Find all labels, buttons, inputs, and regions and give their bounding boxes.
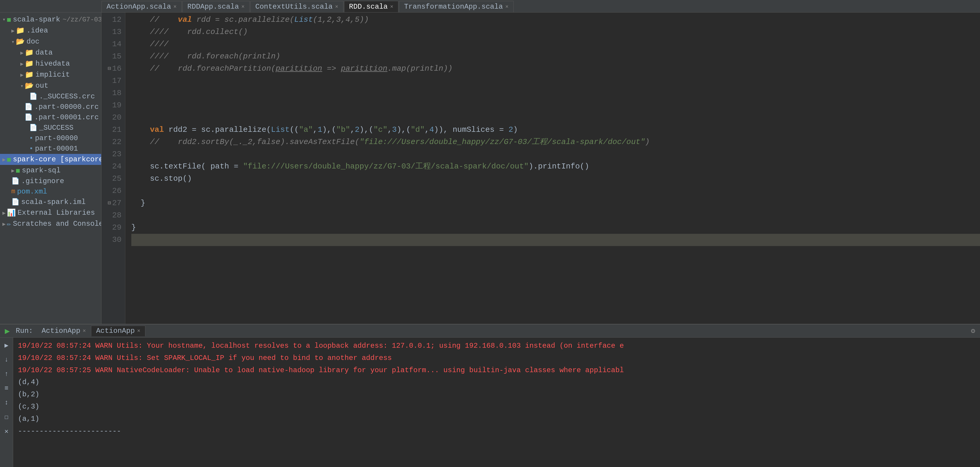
- sidebar-item-implicit[interactable]: ▶ 📁 implicit: [0, 69, 101, 80]
- sidebar-item-part1[interactable]: ▪ part-00001: [0, 143, 101, 154]
- code-line-19: [131, 99, 980, 111]
- sidebar-item-part1-crc[interactable]: 📄 .part-00001.crc: [0, 112, 101, 122]
- bottom-tab-close1[interactable]: ×: [83, 328, 86, 334]
- fold-icon[interactable]: ⊟: [108, 199, 111, 208]
- tab-close-actionapp[interactable]: ×: [173, 4, 177, 10]
- folder-icon: 📂: [25, 81, 34, 90]
- run-icon[interactable]: ▶: [2, 326, 12, 336]
- line-num-19: 19: [102, 99, 121, 111]
- run-label: Run:: [12, 327, 37, 335]
- console-line-5: (b,2): [18, 389, 975, 401]
- console-btn-close[interactable]: ✕: [1, 426, 12, 437]
- sidebar-root-label: scala-spark: [13, 16, 60, 24]
- tab-rdd[interactable]: RDD.scala ×: [344, 1, 398, 12]
- console-line-8: ------------------------: [18, 425, 975, 437]
- bottom-tab-actionapp1[interactable]: ActionApp ×: [37, 326, 91, 337]
- console-line-2: 19/10/22 08:57:24 WARN Utils: Set SPARK_…: [18, 352, 975, 364]
- line-num-12: 12: [102, 14, 121, 26]
- sidebar-item-success[interactable]: 📄 _SUCCESS: [0, 122, 101, 133]
- line-num-13: 13: [102, 26, 121, 38]
- line-num-25: 25: [102, 173, 121, 185]
- sidebar-item-scratches[interactable]: ▶ ✏ Scratches and Consoles: [0, 218, 101, 229]
- code-line-30: [131, 234, 980, 246]
- file-icon: 📄: [11, 177, 19, 185]
- sidebar-item-data[interactable]: ▶ 📁 data: [0, 47, 101, 58]
- sidebar-item-part0-crc[interactable]: 📄 .part-00000.crc: [0, 102, 101, 112]
- sidebar-item-label: .part-00000.crc: [34, 103, 99, 111]
- module-icon: ◼: [16, 166, 20, 175]
- bottom-tabs: ▶ Run: ActionApp × ActionApp × ⚙: [0, 324, 980, 338]
- tab-label: ActionApp.scala: [107, 3, 171, 11]
- tab-contextutils[interactable]: ContextUtils.scala ×: [250, 1, 344, 12]
- bottom-tab-label: ActionApp: [96, 327, 135, 335]
- sidebar-root[interactable]: ▾ ◼ scala-spark ~/zz/G7-03/工程/scala-spar…: [0, 14, 101, 25]
- arrow-closed-icon: ▶: [20, 49, 24, 56]
- sidebar-item-label: part-00000: [35, 134, 78, 142]
- console-line-7: (a,1): [18, 413, 975, 425]
- line-numbers: 12 13 14 15 ⊟16 17 18 19 20 21 22 23 24 …: [102, 13, 125, 324]
- sidebar-item-label: ._SUCCESS.crc: [39, 92, 95, 100]
- code-editor[interactable]: // val rdd = sc.parallelize(List(1,2,3,4…: [125, 13, 980, 324]
- code-line-22: // rdd2.sortBy(_._2,false).saveAsTextFil…: [131, 136, 980, 148]
- line-num-20: 20: [102, 111, 121, 124]
- line-num-29: 29: [102, 222, 121, 234]
- sidebar-item-label: pom.xml: [17, 187, 47, 195]
- sidebar-item-iml[interactable]: 📄 scala-spark.iml: [0, 197, 101, 207]
- file-icon: 📄: [29, 124, 37, 132]
- console-btn-wrap[interactable]: ≡: [1, 383, 12, 394]
- code-line-25: sc.stop(): [131, 173, 980, 185]
- arrow-open-icon: ▾: [20, 83, 24, 89]
- tab-label: RDDApp.scala: [188, 3, 239, 11]
- sidebar-item-doc[interactable]: ▾ 📂 doc: [0, 36, 101, 47]
- bottom-tab-actionapp2[interactable]: ActionApp ×: [91, 326, 145, 337]
- bottom-panel: ▶ Run: ActionApp × ActionApp × ⚙ ▶ ↓ ↑ ≡…: [0, 324, 980, 467]
- maven-icon: m: [11, 188, 15, 195]
- sidebar-item-out[interactable]: ▾ 📂 out: [0, 80, 101, 91]
- sidebar-root-path: ~/zz/G7-03/工程/scala-spark: [63, 15, 102, 24]
- sidebar-item-label: _SUCCESS: [39, 124, 73, 132]
- sidebar-item-idea[interactable]: ▶ 📁 .idea: [0, 25, 101, 36]
- file-icon: 📄: [24, 103, 33, 111]
- tab-label: ContextUtils.scala: [255, 3, 333, 11]
- tab-transformationapp[interactable]: TransformationApp.scala ×: [399, 1, 514, 12]
- sidebar-item-external-libraries[interactable]: ▶ 📊 External Libraries: [0, 207, 101, 218]
- arrow-closed-icon: ▶: [2, 221, 6, 227]
- console-line-4: (d,4): [18, 376, 975, 389]
- code-line-14: ////: [131, 38, 980, 51]
- tab-close-transformationapp[interactable]: ×: [505, 4, 509, 10]
- module-icon: ◼: [7, 155, 11, 164]
- sidebar-item-label: .idea: [27, 27, 48, 35]
- console-output: 19/10/22 08:57:24 WARN Utils: Your hostn…: [13, 338, 980, 467]
- editor-area: 12 13 14 15 ⊟16 17 18 19 20 21 22 23 24 …: [102, 13, 980, 324]
- sidebar-item-label: .gitignore: [21, 177, 64, 185]
- sidebar-item-pom[interactable]: m pom.xml: [0, 186, 101, 197]
- fold-icon[interactable]: ⊟: [108, 64, 111, 73]
- tab-close-rdd[interactable]: ×: [390, 4, 393, 10]
- bottom-tab-close2[interactable]: ×: [137, 328, 140, 334]
- sidebar-item-sparksql[interactable]: ▶ ◼ spark-sql: [0, 165, 101, 176]
- console-btn-scroll[interactable]: ↕: [1, 397, 12, 408]
- sidebar-item-gitignore[interactable]: 📄 .gitignore: [0, 176, 101, 186]
- console-btn-run[interactable]: ▶: [1, 340, 12, 351]
- code-line-28: [131, 209, 980, 222]
- tab-close-contextutils[interactable]: ×: [335, 4, 339, 10]
- sidebar-item-label: implicit: [35, 71, 70, 79]
- tab-close-rddapp[interactable]: ×: [242, 4, 245, 10]
- sidebar-item-sparkcore[interactable]: ▶ ◼ spark-core [sparkcore]: [0, 154, 101, 165]
- sidebar-item-label: spark-core [sparkcore]: [13, 156, 102, 164]
- code-line-20: [131, 111, 980, 124]
- sidebar-item-part0[interactable]: ▪ part-00000: [0, 133, 101, 143]
- tab-actionapp[interactable]: ActionApp.scala ×: [102, 1, 182, 12]
- code-line-12: // val rdd = sc.parallelize(List(1,2,3,4…: [131, 14, 980, 26]
- code-line-16: // rdd.foreachPartition(paritition => pa…: [131, 63, 980, 75]
- console-btn-clear[interactable]: ☐: [1, 411, 12, 422]
- sidebar-item-hivedata[interactable]: ▶ 📁 hivedata: [0, 58, 101, 69]
- settings-icon[interactable]: ⚙: [969, 324, 978, 338]
- arrow-closed-icon: ▶: [20, 71, 24, 78]
- sidebar-item-success-crc1[interactable]: 📄 ._SUCCESS.crc: [0, 91, 101, 102]
- tab-rddapp[interactable]: RDDApp.scala ×: [182, 1, 250, 12]
- tab-bar: ActionApp.scala × RDDApp.scala × Context…: [0, 0, 980, 13]
- console-btn-up[interactable]: ↑: [1, 369, 12, 379]
- code-line-21: val rdd2 = sc.parallelize(List(("a",1),(…: [131, 124, 980, 136]
- console-btn-down[interactable]: ↓: [1, 354, 12, 365]
